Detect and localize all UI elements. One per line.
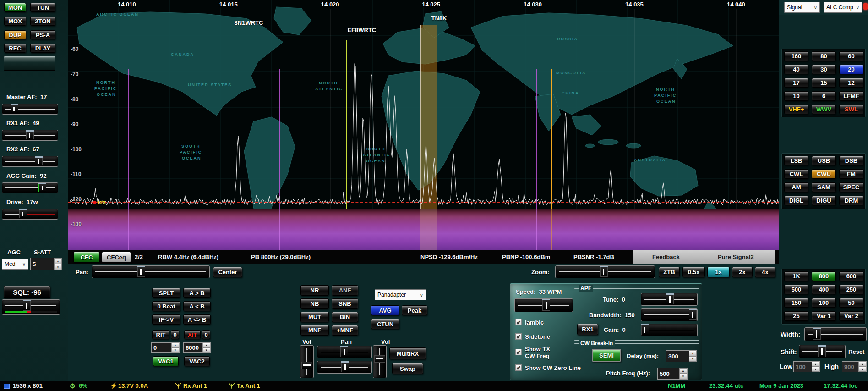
meter-signal-select[interactable]: Signal∨: [784, 2, 820, 13]
filter-100-button[interactable]: 100: [812, 298, 836, 308]
filter-25-button[interactable]: 25: [784, 311, 808, 321]
apf-gain-slider[interactable]: [641, 324, 698, 336]
rx2-vol-slider[interactable]: [373, 345, 387, 378]
agc-gain-slider[interactable]: [2, 182, 58, 193]
xit-button[interactable]: XIT: [184, 330, 201, 339]
vac2-button[interactable]: VAC2: [184, 356, 210, 366]
ctun-button[interactable]: CTUN: [371, 319, 399, 329]
frequency-scale[interactable]: 14.01014.01514.02014.02514.03014.03514.0…: [68, 0, 779, 9]
apf-bandwidth-slider[interactable]: [641, 308, 698, 321]
arrow-up-icon[interactable]: ▲: [812, 362, 819, 367]
master-af-slider[interactable]: [2, 104, 58, 115]
filter-600-button[interactable]: 600: [839, 271, 863, 281]
show-cw-zero-line-checkbox[interactable]: ✔Show CW Zero Line: [515, 364, 581, 371]
rec-button[interactable]: REC: [4, 44, 26, 53]
filter-50-button[interactable]: 50: [839, 298, 863, 308]
rit-button[interactable]: RIT: [152, 330, 169, 339]
arrow-up-icon[interactable]: ▲: [858, 362, 866, 367]
panadapter-display[interactable]: ARCTIC OCEANCANADAUNITED STATESNORTHPACI…: [68, 0, 779, 250]
dup-button[interactable]: DUP: [4, 30, 26, 39]
tun-button[interactable]: TUN: [30, 3, 55, 12]
zoom-05x-button[interactable]: 0.5x: [682, 267, 705, 277]
psa-button[interactable]: PS-A: [30, 30, 55, 39]
reset-button[interactable]: Reset: [848, 348, 864, 355]
puresignal2-tab[interactable]: Pure Signal2: [718, 253, 754, 260]
mode-usb-button[interactable]: USB: [812, 156, 836, 165]
xit-stepper[interactable]: 6000▲▼: [183, 342, 211, 353]
arrow-down-icon[interactable]: ▼: [858, 367, 866, 372]
arrow-down-icon[interactable]: ▼: [689, 356, 697, 362]
if-to-vfo-button[interactable]: IF->V: [152, 314, 180, 325]
low-stepper[interactable]: 100▲▼: [793, 361, 820, 372]
mode-digu-button[interactable]: DIGU: [812, 196, 836, 205]
sql-button[interactable]: SQL: -96: [4, 286, 50, 298]
arrow-down-icon[interactable]: ▼: [54, 264, 62, 270]
rx-ant-readout[interactable]: Rx Ant 1: [183, 382, 207, 389]
mnf-button[interactable]: MNF: [300, 325, 329, 336]
band-60-button[interactable]: 60: [839, 51, 863, 61]
band-lfmf-button[interactable]: LFMF: [839, 91, 863, 101]
apf-tune-slider[interactable]: [641, 293, 698, 306]
meter-alc-select[interactable]: ALC Comp∨: [824, 2, 862, 13]
sql-slider[interactable]: [2, 299, 60, 315]
band-swl-button[interactable]: SWL: [839, 105, 863, 114]
band-10-button[interactable]: 10: [784, 91, 808, 101]
zoom-4x-button[interactable]: 4x: [755, 267, 775, 277]
band-17-button[interactable]: 17: [784, 78, 808, 88]
zero-beat-button[interactable]: 0 Beat: [152, 301, 180, 311]
sidetone-checkbox[interactable]: ✔Sidetone: [515, 333, 550, 340]
zoom-2x-button[interactable]: 2x: [732, 267, 753, 277]
mode-sam-button[interactable]: SAM: [812, 182, 836, 192]
band-12-button[interactable]: 12: [839, 78, 863, 88]
arrow-down-icon[interactable]: ▼: [812, 367, 819, 372]
ztb-button[interactable]: ZTB: [659, 267, 680, 277]
multirx-button[interactable]: MultiRX: [389, 347, 426, 359]
anf-button[interactable]: ANF: [332, 285, 358, 296]
filter-400-button[interactable]: 400: [812, 285, 836, 294]
band-20-button[interactable]: 20: [839, 65, 863, 74]
xit-zero-button[interactable]: 0: [202, 330, 210, 339]
nb-button[interactable]: NB: [300, 298, 329, 309]
arrow-up-icon[interactable]: ▲: [679, 368, 687, 374]
rit-zero-button[interactable]: 0: [171, 330, 179, 339]
band-vhf-button[interactable]: VHF+: [784, 105, 808, 114]
snb-button[interactable]: SNB: [332, 298, 358, 309]
mode-fm-button[interactable]: FM: [839, 169, 863, 179]
band-80-button[interactable]: 80: [812, 51, 836, 61]
filter-150-button[interactable]: 150: [784, 298, 808, 308]
rx1-vol-slider[interactable]: [300, 345, 314, 378]
mode-lsb-button[interactable]: LSB: [784, 156, 808, 165]
band-160-button[interactable]: 160: [784, 51, 808, 61]
filter-250-button[interactable]: 250: [839, 285, 863, 294]
mute-button[interactable]: MUT: [300, 312, 329, 322]
band-15-button[interactable]: 15: [812, 78, 836, 88]
tx-ant-readout[interactable]: Tx Ant 1: [237, 382, 260, 389]
shift-slider[interactable]: [799, 345, 846, 358]
split-button[interactable]: SPLT: [152, 288, 180, 298]
rx2-pan-slider[interactable]: [317, 361, 372, 374]
filter-500-button[interactable]: 500: [784, 285, 808, 294]
band-30-button[interactable]: 30: [812, 65, 836, 74]
a-to-b-button[interactable]: A > B: [183, 288, 211, 298]
cfc-button[interactable]: CFC: [73, 252, 100, 263]
b-to-a-button[interactable]: A < B: [183, 301, 211, 311]
zoom-slider[interactable]: [555, 265, 655, 278]
vac1-button[interactable]: VAC1: [153, 356, 179, 366]
cfceq-button[interactable]: CFCeq: [102, 252, 131, 263]
rx2-af-slider[interactable]: [2, 156, 58, 167]
feedback-tab[interactable]: Feedback: [652, 253, 680, 260]
display-mode-select[interactable]: Panadapter∨: [375, 289, 426, 300]
arrow-up-icon[interactable]: ▲: [171, 343, 179, 348]
show-tx-cw-freq-checkbox[interactable]: ✔Show TXCW Freq: [515, 346, 550, 359]
filter-1k-button[interactable]: 1K: [784, 271, 808, 281]
peak-button[interactable]: Peak: [402, 305, 427, 315]
drive-slider[interactable]: [2, 209, 58, 220]
filter-var1-button[interactable]: Var 1: [812, 311, 836, 321]
iambic-checkbox[interactable]: ✔Iambic: [515, 319, 544, 326]
arrow-up-icon[interactable]: ▲: [202, 343, 210, 348]
pitch-freq-stepper[interactable]: 500▲▼: [657, 368, 688, 380]
mode-drm-button[interactable]: DRM: [839, 196, 863, 205]
zoom-1x-button[interactable]: 1x: [707, 267, 730, 277]
high-stepper[interactable]: 900▲▼: [842, 361, 867, 372]
band-40-button[interactable]: 40: [784, 65, 808, 74]
